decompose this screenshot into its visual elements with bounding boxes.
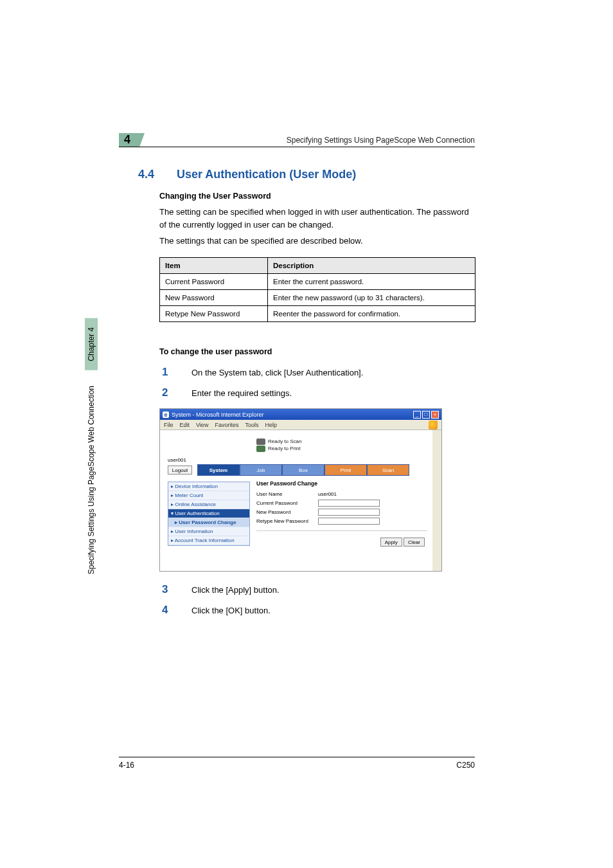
table-row: Current Password Enter the current passw…	[160, 274, 475, 290]
step-text-4: Click the [OK] button.	[191, 604, 271, 615]
table-cell-item: Current Password	[160, 274, 268, 290]
ie-menu-tools[interactable]: Tools	[245, 422, 258, 428]
sidebar-item-user-info[interactable]: ▸ User Information	[168, 527, 249, 536]
minimize-icon[interactable]: _	[413, 411, 421, 419]
sidebar: ▸ Device Information ▸ Meter Count ▸ Onl…	[168, 482, 250, 546]
ie-menu-view[interactable]: View	[196, 422, 208, 428]
ie-menu-edit[interactable]: Edit	[180, 422, 190, 428]
device-status: Ready to Scan Ready to Print	[256, 438, 301, 452]
table-cell-desc: Enter the new password (up to 31 charact…	[268, 290, 475, 306]
table-cell-item: Retype New Password	[160, 306, 268, 322]
running-header: Specifying Settings Using PageScope Web …	[287, 136, 475, 145]
label-current-password: Current Password	[256, 500, 318, 506]
sidebar-item-user-password-change[interactable]: ▸ User Password Change	[168, 518, 249, 527]
status-scan: Ready to Scan	[268, 439, 301, 444]
input-current-password[interactable]	[318, 500, 380, 507]
sidebar-item-account-track[interactable]: ▸ Account Track Information	[168, 536, 249, 545]
section-number: 4.4	[138, 168, 154, 181]
content-panel: User Password Change User Name user001 C…	[256, 480, 427, 547]
step-text-3: Click the [Apply] button.	[191, 583, 280, 595]
table-header-description: Description	[268, 258, 475, 274]
sidebar-item-meter-count[interactable]: ▸ Meter Count	[168, 491, 249, 500]
paragraph-intro: The setting can be specified when logged…	[159, 206, 474, 231]
sidebar-label: User Password Change	[179, 520, 236, 525]
ie-logo-icon	[429, 420, 438, 429]
ie-icon: e	[163, 411, 169, 418]
ie-menu-favorites[interactable]: Favorites	[215, 422, 238, 428]
sidebar-item-online-assist[interactable]: ▸ Online Assistance	[168, 500, 249, 509]
table-row: Retype New Password Reenter the password…	[160, 306, 475, 322]
subheading-to-change-password: To change the user password	[159, 347, 272, 356]
maximize-icon[interactable]: □	[422, 411, 430, 419]
tab-system[interactable]: System	[197, 464, 240, 476]
header-rule	[119, 147, 475, 147]
tab-box[interactable]: Box	[282, 464, 324, 476]
table-cell-desc: Reenter the password for confirmation.	[268, 306, 475, 322]
value-user-name: user001	[318, 491, 337, 497]
input-new-password[interactable]	[318, 509, 380, 516]
step-number-4: 4	[162, 604, 168, 617]
ie-menu-bar: File Edit View Favorites Tools Help	[160, 420, 441, 430]
printer-icon	[256, 439, 265, 445]
step-number-3: 3	[162, 583, 168, 596]
label-new-password: New Password	[256, 509, 318, 515]
step-text-1: On the System tab, click [User Authentic…	[191, 366, 363, 377]
window-titlebar: e System - Microsoft Internet Explorer _…	[160, 409, 441, 420]
sidebar-label: Online Assistance	[175, 502, 216, 507]
table-header-item: Item	[160, 258, 268, 274]
chapter-number: 4	[124, 133, 130, 147]
screenshot: e System - Microsoft Internet Explorer _…	[159, 408, 442, 572]
printer-icon	[256, 446, 265, 452]
side-book-title: Specifying Settings Using PageScope Web …	[87, 386, 96, 574]
ie-menu-file[interactable]: File	[164, 422, 173, 428]
window-title: System - Microsoft Internet Explorer	[172, 411, 412, 418]
table-row: New Password Enter the new password (up …	[160, 290, 475, 306]
label-user-name: User Name	[256, 491, 318, 497]
sidebar-label: User Information	[175, 529, 213, 534]
sidebar-item-user-auth[interactable]: ▾ User Authentication	[168, 509, 249, 518]
footer-page-number: 4-16	[119, 761, 134, 770]
sidebar-label: Device Information	[175, 484, 218, 489]
main-tabs: System Job Box Print Scan	[197, 464, 409, 476]
close-icon[interactable]: ×	[431, 411, 439, 419]
apply-button[interactable]: Apply	[380, 538, 402, 547]
step-number-1: 1	[162, 366, 168, 379]
table-cell-item: New Password	[160, 290, 268, 306]
tab-scan[interactable]: Scan	[367, 464, 409, 476]
tab-print[interactable]: Print	[324, 464, 367, 476]
side-chapter-label: Chapter 4	[85, 318, 98, 370]
logout-button[interactable]: Logout	[168, 466, 192, 475]
table-cell-desc: Enter the current password.	[268, 274, 475, 290]
step-text-2: Enter the required settings.	[191, 386, 292, 398]
step-number-2: 2	[162, 386, 168, 399]
status-print: Ready to Print	[268, 446, 301, 451]
input-retype-password[interactable]	[318, 518, 380, 525]
clear-button[interactable]: Clear	[404, 538, 425, 547]
sidebar-label: Meter Count	[175, 493, 203, 498]
ie-client-area: Ready to Scan Ready to Print user001 Log…	[160, 430, 441, 571]
label-retype-password: Retype New Password	[256, 518, 318, 524]
content-heading: User Password Change	[256, 480, 427, 487]
ie-menu-help[interactable]: Help	[265, 422, 277, 428]
footer-rule	[119, 757, 475, 757]
paragraph-settings-below: The settings that can be specified are d…	[159, 236, 474, 246]
sidebar-label: User Authentication	[175, 511, 219, 516]
tab-job[interactable]: Job	[240, 464, 282, 476]
logged-in-username: user001	[168, 457, 186, 463]
sidebar-item-device-info[interactable]: ▸ Device Information	[168, 482, 249, 491]
footer-model: C250	[456, 761, 475, 770]
sidebar-label: Account Track Information	[175, 538, 235, 543]
section-title: User Authentication (User Mode)	[177, 168, 356, 181]
subheading-changing-password: Changing the User Password	[159, 192, 271, 201]
settings-table: Item Description Current Password Enter …	[159, 257, 475, 322]
